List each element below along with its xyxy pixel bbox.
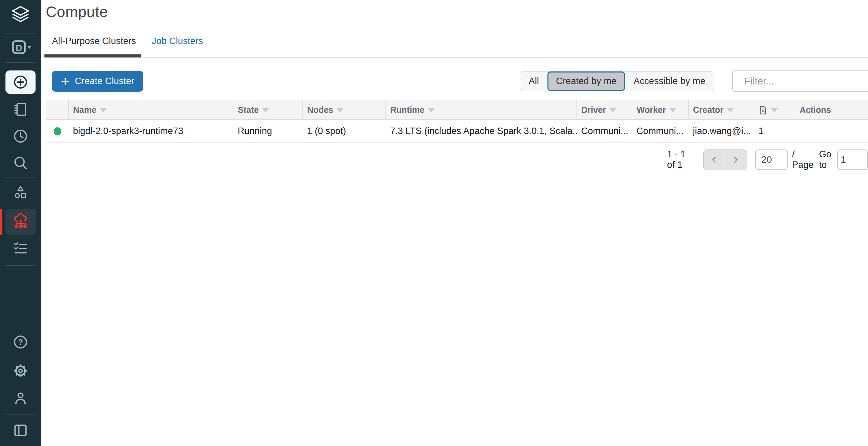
tab-job-clusters[interactable]: Job Clusters — [152, 36, 203, 47]
chevron-right-icon — [731, 155, 740, 164]
column-header-creator[interactable]: Creator — [689, 100, 754, 120]
cluster-filter-group: All Created by me Accessible by me — [520, 71, 714, 91]
filter-input[interactable] — [744, 76, 868, 87]
column-header-worker[interactable]: Worker — [632, 100, 689, 120]
cell-creator: jiao.wang@i... — [689, 120, 754, 143]
plus-circle-icon — [12, 74, 29, 90]
sidebar-item-create[interactable] — [5, 70, 36, 94]
filter-search-box — [732, 70, 868, 92]
help-icon: ? — [12, 334, 29, 350]
clusters-cloud-icon — [12, 213, 29, 230]
column-header-state[interactable]: State — [233, 100, 303, 120]
active-tab-underline — [44, 54, 141, 57]
tabbar-divider — [44, 57, 868, 58]
sort-caret-icon — [262, 108, 269, 113]
workspace-badge-letter: D — [16, 43, 22, 53]
cell-driver: Communi... — [577, 120, 632, 143]
goto-label: Go to — [819, 149, 834, 170]
cell-worker: Communi... — [632, 120, 689, 143]
sidebar-item-help[interactable]: ? — [0, 334, 41, 350]
cell-name[interactable]: bigdl-2.0-spark3-runtime73 — [69, 120, 233, 143]
column-header-status — [46, 100, 69, 120]
column-header-notebooks[interactable] — [754, 100, 795, 120]
sort-caret-icon — [428, 108, 435, 113]
column-header-runtime[interactable]: Runtime — [386, 100, 577, 120]
previous-page-button[interactable] — [703, 149, 725, 170]
sidebar-divider — [6, 33, 35, 34]
cell-actions — [795, 120, 868, 143]
sidebar-item-recents[interactable] — [0, 128, 41, 144]
sidebar-item-data[interactable] — [0, 184, 41, 200]
pagination-range: 1 - 1 of 1 — [667, 149, 691, 170]
sidebar-item-settings[interactable] — [0, 363, 41, 379]
collapse-sidebar-button[interactable] — [0, 422, 41, 438]
cell-status — [46, 120, 69, 143]
checklist-icon — [12, 240, 29, 257]
notebook-icon — [12, 101, 29, 118]
search-icon — [12, 155, 29, 171]
data-shapes-icon — [12, 184, 29, 200]
sidebar-item-jobs[interactable] — [0, 240, 41, 257]
sidebar-item-workspace[interactable] — [0, 101, 41, 118]
sort-caret-icon — [100, 108, 107, 113]
cell-state: Running — [233, 120, 303, 143]
pagination-bar: 1 - 1 of 1 / Page Go to — [667, 149, 868, 170]
filter-created-by-me[interactable]: Created by me — [547, 71, 625, 91]
cell-notebooks: 1 — [754, 120, 795, 143]
column-header-nodes[interactable]: Nodes — [303, 100, 386, 120]
column-header-driver[interactable]: Driver — [577, 100, 632, 120]
clock-icon — [12, 128, 29, 144]
active-item-indicator — [0, 209, 2, 235]
plus-icon — [61, 77, 70, 86]
table-header-row: Name State Nodes Runtime Driver Worker C… — [46, 100, 868, 120]
page-title: Compute — [46, 3, 108, 21]
goto-page-input[interactable] — [837, 149, 868, 170]
tab-all-purpose-clusters[interactable]: All-Purpose Clusters — [52, 36, 136, 47]
sort-caret-icon — [337, 108, 343, 113]
sidebar-divider — [6, 414, 35, 415]
create-cluster-label: Create Cluster — [75, 76, 134, 87]
panel-collapse-icon — [12, 422, 29, 438]
per-page-label: / Page — [792, 149, 814, 170]
sidebar-divider — [6, 265, 35, 266]
filter-all[interactable]: All — [520, 71, 547, 91]
sidebar-item-search[interactable] — [0, 155, 41, 171]
sidebar-item-account[interactable] — [0, 390, 41, 406]
sort-caret-icon — [727, 108, 734, 113]
chevron-left-icon — [710, 155, 719, 164]
document-icon — [759, 105, 768, 115]
help-glyph: ? — [18, 338, 23, 347]
cell-runtime: 7.3 LTS (includes Apache Spark 3.0.1, Sc… — [386, 120, 577, 143]
next-page-button[interactable] — [725, 149, 747, 170]
column-header-name[interactable]: Name — [69, 100, 233, 120]
sort-caret-icon — [609, 108, 616, 113]
sidebar: D — [0, 0, 41, 446]
sidebar-divider — [6, 62, 35, 63]
cell-nodes: 1 (0 spot) — [303, 120, 386, 143]
page-size-input[interactable] — [755, 149, 788, 170]
gear-icon — [12, 363, 29, 379]
clusters-table: Name State Nodes Runtime Driver Worker C… — [46, 100, 868, 143]
column-header-actions: Actions — [795, 100, 868, 120]
filter-accessible-by-me[interactable]: Accessible by me — [625, 71, 714, 91]
sort-caret-icon — [669, 108, 676, 113]
table-row[interactable]: bigdl-2.0-spark3-runtime73 Running 1 (0 … — [46, 120, 868, 143]
sidebar-item-compute[interactable] — [5, 209, 36, 235]
databricks-logo[interactable] — [0, 5, 41, 25]
create-cluster-button[interactable]: Create Cluster — [52, 71, 143, 92]
running-status-dot — [54, 127, 61, 135]
sort-caret-icon — [771, 108, 778, 113]
user-icon — [12, 390, 29, 406]
sidebar-divider — [6, 177, 35, 178]
workspace-switcher[interactable]: D — [0, 38, 41, 56]
